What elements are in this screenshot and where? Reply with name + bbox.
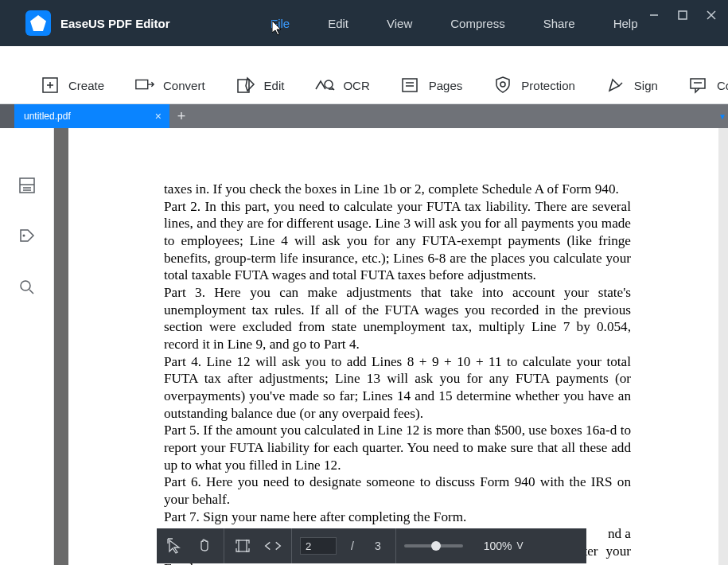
page-total: 3	[368, 540, 387, 552]
zoom-dropdown-icon[interactable]: V	[517, 540, 524, 551]
tab-label: untitled.pdf	[24, 111, 71, 122]
tab-close-icon[interactable]: ×	[155, 110, 162, 123]
tab-untitled[interactable]: untitled.pdf ×	[14, 104, 169, 128]
svg-rect-11	[403, 79, 417, 92]
sign-button[interactable]: Sign	[599, 76, 664, 95]
convert-label: Convert	[163, 79, 205, 92]
document-area[interactable]: taxes in. If you check the boxes in Line…	[54, 128, 728, 565]
edit-icon	[236, 76, 256, 95]
menubar: File Edit View Compress Share Help	[271, 0, 638, 46]
app-title: EaseUS PDF Editor	[60, 17, 170, 30]
close-icon[interactable]	[704, 8, 718, 22]
svg-line-23	[29, 290, 33, 294]
protection-icon	[492, 76, 513, 95]
create-button[interactable]: Create	[33, 76, 111, 95]
ocr-button[interactable]: OCR	[308, 76, 376, 95]
tab-strip: untitled.pdf × + ▼	[0, 104, 728, 128]
minimize-icon[interactable]	[647, 8, 661, 22]
search-icon[interactable]	[18, 278, 37, 297]
protection-button[interactable]: Protection	[486, 76, 582, 95]
svg-point-14	[500, 82, 505, 87]
menu-compress[interactable]: Compress	[450, 17, 504, 30]
workspace: taxes in. If you check the boxes in Line…	[0, 128, 728, 565]
cursor-tool-icon[interactable]	[165, 536, 185, 556]
title-left: EaseUS PDF Editor	[0, 10, 170, 36]
pages-button[interactable]: Pages	[394, 76, 469, 95]
convert-button[interactable]: Convert	[128, 76, 212, 95]
para-6: Part 6. Here you need to designate someo…	[164, 474, 631, 507]
view-toolbar: / 3 100% V	[157, 528, 586, 563]
window-controls	[647, 8, 718, 22]
vertical-scrollbar[interactable]	[718, 128, 728, 565]
fit-page-icon[interactable]	[232, 536, 253, 556]
left-sidebar	[0, 128, 54, 565]
svg-rect-24	[239, 540, 247, 551]
menu-share[interactable]: Share	[543, 17, 575, 30]
comment-button[interactable]: Comment	[682, 76, 728, 95]
tabs-overflow-arrow-icon[interactable]: ▼	[718, 112, 726, 121]
create-label: Create	[68, 79, 104, 92]
maximize-icon[interactable]	[675, 8, 690, 22]
para-3: Part 3. Here you can make adjustments th…	[164, 285, 631, 352]
ocr-label: OCR	[343, 79, 369, 92]
edit-button[interactable]: Edit	[229, 76, 291, 95]
svg-point-22	[21, 281, 30, 290]
toolbar-wrap: Create Convert Edit OCR Pages	[0, 46, 728, 104]
thumbnails-icon[interactable]	[18, 176, 37, 195]
document-page: taxes in. If you check the boxes in Line…	[68, 128, 718, 565]
ocr-icon	[314, 76, 335, 95]
protection-label: Protection	[521, 79, 575, 92]
prev-next-icon[interactable]	[263, 536, 283, 556]
app-logo-icon	[25, 10, 51, 36]
svg-rect-15	[691, 79, 705, 88]
svg-rect-7	[136, 80, 148, 89]
menu-edit[interactable]: Edit	[328, 17, 348, 30]
sign-label: Sign	[634, 79, 658, 92]
zoom-value: 100% V	[473, 540, 524, 552]
tag-icon[interactable]	[18, 227, 37, 246]
menu-view[interactable]: View	[387, 17, 412, 30]
title-bar: EaseUS PDF Editor File Edit View Compres…	[0, 0, 728, 46]
page-number-input[interactable]	[300, 537, 337, 555]
para-4: Part 4. Line 12 will ask you to add Line…	[164, 354, 631, 421]
convert-icon	[134, 76, 155, 95]
svg-rect-1	[679, 11, 687, 19]
comment-icon	[688, 76, 709, 95]
zoom-slider[interactable]	[404, 544, 463, 547]
para-1: taxes in. If you check the boxes in Line…	[164, 181, 619, 197]
para-7: Part 7. Sign your name here after comple…	[164, 509, 466, 524]
main-toolbar: Create Convert Edit OCR Pages	[0, 67, 728, 103]
document-body: taxes in. If you check the boxes in Line…	[164, 181, 631, 565]
edit-label: Edit	[264, 79, 285, 92]
svg-point-9	[325, 80, 333, 88]
zoom-slider-thumb[interactable]	[431, 541, 441, 551]
page-slash: /	[346, 540, 359, 552]
para-2: Part 2. In this part, you need to calcul…	[164, 199, 631, 283]
para-5: Part 5. If the amount you calculated in …	[164, 423, 631, 472]
tab-add-button[interactable]: +	[169, 104, 193, 128]
svg-point-21	[22, 235, 25, 237]
pages-icon	[400, 76, 421, 95]
menu-help[interactable]: Help	[613, 17, 638, 30]
hand-tool-icon[interactable]	[195, 536, 216, 556]
sign-icon	[605, 76, 626, 95]
trail-1: nd a	[608, 525, 631, 543]
pages-label: Pages	[429, 79, 463, 92]
create-icon	[40, 76, 60, 95]
mouse-cursor-icon	[272, 21, 283, 37]
comment-label: Comment	[717, 79, 728, 92]
